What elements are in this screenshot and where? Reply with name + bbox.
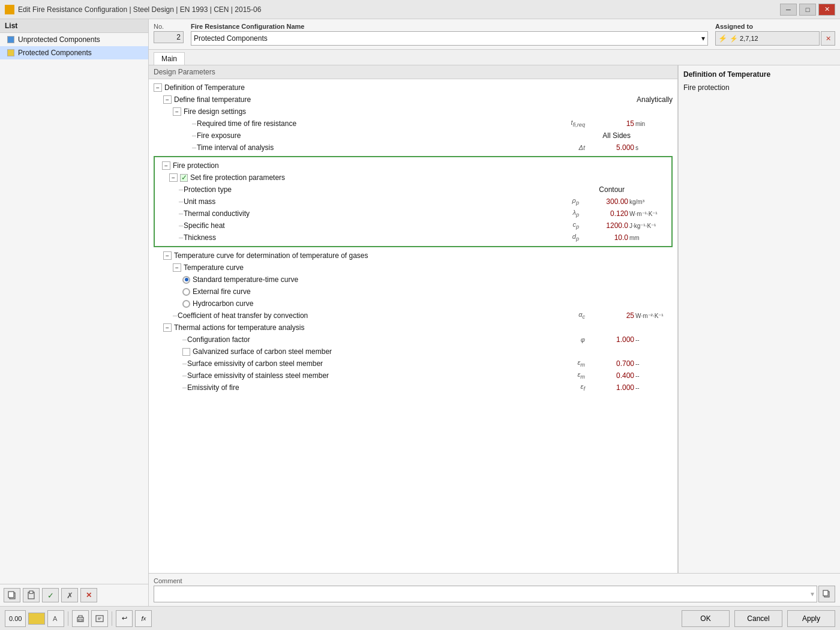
print-button[interactable] [72,610,89,627]
specific-heat-row: ─ Specific heat cp 1200.0 J·kg⁻¹·K⁻¹ [155,220,671,232]
emiss-carbon-param: εm [551,359,587,368]
comment-section: Comment ▾ [154,577,835,602]
temp-curve-det-row: − Temperature curve for determination of… [149,250,677,262]
set-fire-prot-checkbox[interactable]: ✓ [180,174,188,182]
emiss-stainless-value: 0.400 [587,371,635,380]
app-icon [5,5,14,14]
comment-copy-button[interactable] [818,586,835,602]
define-temp-label: Define final temperature [174,95,581,104]
emiss-stainless-unit: -- [635,373,677,379]
specific-heat-param: cp [545,221,581,230]
uncheck-all-button[interactable]: ✗ [61,588,78,602]
config-factor-param: φ [551,336,587,343]
comment-input-row: ▾ [154,586,835,602]
definition-section: − Definition of Temperature − Define fin… [149,79,677,396]
specific-heat-label: Specific heat [184,221,545,230]
dash-6: ─ [179,211,184,217]
sidebar-label-protected: Protected Components [18,49,92,57]
dash-1: ─ [192,121,197,127]
apply-button[interactable]: Apply [787,610,835,627]
minimize-button[interactable]: ─ [780,4,797,16]
dash-10: ─ [182,337,187,343]
coord-display: 0.00 [5,610,26,627]
emiss-fire-param: εf [551,383,587,392]
undo-button[interactable]: ↩ [116,610,133,627]
dash-13: ─ [182,385,187,391]
std-temp-radio[interactable] [182,276,190,284]
ok-button[interactable]: OK [682,610,730,627]
specific-heat-unit: J·kg⁻¹·K⁻¹ [629,223,671,229]
svg-rect-1 [8,592,14,598]
fire-prot-label: Fire protection [173,161,671,170]
comment-field[interactable]: ▾ [154,586,817,602]
tabs-row: Main [149,50,840,65]
formula-button[interactable]: fx [135,610,152,627]
svg-rect-5 [823,590,828,596]
maximize-button[interactable]: □ [799,4,816,16]
text-tool-button[interactable]: A [47,610,64,627]
comment-area: Comment ▾ [149,573,840,606]
fire-design-row: − Fire design settings [149,106,677,118]
req-time-param: tfi,req [551,119,587,128]
sidebar-header: List [0,19,148,33]
close-button[interactable]: ✕ [818,4,835,16]
emiss-carbon-label: Surface emissivity of carbon steel membe… [187,359,551,368]
temp-curve-det-expand[interactable]: − [163,251,172,260]
color-swatch[interactable] [28,613,45,625]
definition-label: Definition of Temperature [164,83,677,92]
define-temp-expand[interactable]: − [163,95,172,104]
emiss-stainless-param: εm [551,371,587,380]
temp-curve-sub-expand[interactable]: − [173,263,181,272]
ext-fire-radio[interactable] [182,288,190,296]
svg-rect-9 [96,616,103,622]
thermal-actions-expand[interactable]: − [163,323,172,332]
bottom-toolbar: 0.00 A ↩ fx OK Cancel Apply [0,606,840,630]
emiss-carbon-unit: -- [635,361,677,367]
design-params-header: Design Parameters [149,65,677,79]
time-interval-param: Δt [551,144,587,151]
thermal-actions-row: − Thermal actions for temperature analys… [149,322,677,334]
req-time-unit: min [635,121,677,127]
sidebar-item-unprotected[interactable]: Unprotected Components [0,33,148,46]
fire-design-label: Fire design settings [184,107,677,116]
prot-type-value: Contour [569,185,629,194]
delete-button[interactable]: ✕ [80,588,97,602]
thickness-value: 10.0 [581,233,629,242]
dash-4: ─ [179,187,184,193]
thickness-unit: mm [629,235,671,241]
window-controls: ─ □ ✕ [780,4,835,16]
sidebar-item-protected[interactable]: Protected Components [0,46,148,59]
dialog-buttons: OK Cancel Apply [682,610,835,627]
cancel-button[interactable]: Cancel [734,610,782,627]
fire-prot-expand[interactable]: − [162,161,170,170]
check-all-button[interactable]: ✓ [42,588,59,602]
temp-curve-sub-row: − Temperature curve [149,262,677,274]
sidebar-footer: ✓ ✗ ✕ [0,584,148,606]
copy-button[interactable] [4,588,20,602]
sep-2 [112,611,112,626]
thermal-cond-row: ─ Thermal conductivity λp 0.120 W·m⁻¹·K⁻… [155,208,671,220]
thermal-cond-value: 0.120 [581,209,629,218]
galvanized-checkbox[interactable] [182,348,190,356]
define-temp-value: Analytically [581,95,677,104]
definition-row: − Definition of Temperature [149,82,677,94]
name-select[interactable]: Protected Components ▾ [191,31,708,46]
fire-exposure-row: ─ Fire exposure All Sides [149,130,677,142]
assigned-label: Assigned to [715,23,835,30]
dash-8: ─ [179,235,184,241]
ext-fire-label: External fire curve [193,287,677,296]
right-panel: No. 2 Fire Resistance Configuration Name… [149,19,840,606]
paste-button[interactable] [23,588,40,602]
assigned-edit-button[interactable]: ✕ [821,31,835,46]
fire-design-expand[interactable]: − [173,107,181,116]
tab-main[interactable]: Main [154,52,185,65]
dash-9: ─ [173,313,178,319]
hydro-radio[interactable] [182,300,190,308]
emiss-fire-label: Emissivity of fire [187,383,551,392]
info-panel: Definition of Temperature Fire protectio… [678,65,840,573]
emiss-carbon-row: ─ Surface emissivity of carbon steel mem… [149,358,677,370]
definition-expand[interactable]: − [154,83,162,92]
heat-transfer-label: Coefficient of heat transfer by convecti… [178,311,551,320]
set-fire-prot-expand[interactable]: − [169,173,178,182]
export-button[interactable] [91,610,108,627]
